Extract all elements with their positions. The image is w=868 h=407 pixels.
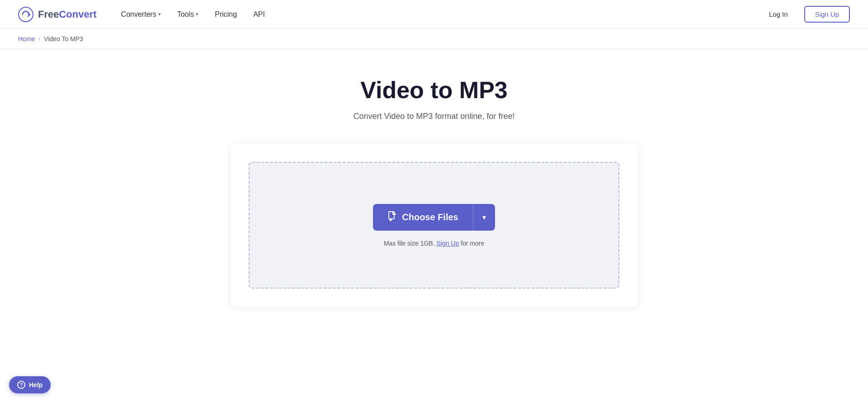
login-button[interactable]: Log In (760, 7, 797, 22)
choose-files-button[interactable]: Choose Files (373, 204, 473, 231)
breadcrumb-separator: › (38, 36, 40, 42)
logo-free: Free (38, 9, 59, 20)
upload-dropzone[interactable]: Choose Files ▾ Max file size 1GB. Sign U… (249, 162, 619, 289)
svg-point-0 (19, 7, 33, 22)
signup-link[interactable]: Sign Up (436, 240, 459, 247)
file-size-suffix: for more (459, 240, 484, 247)
nav-api[interactable]: API (247, 7, 271, 22)
logo-text: FreeConvert (38, 9, 97, 20)
file-size-note: Max file size 1GB. Sign Up for more (384, 240, 485, 247)
nav-converters[interactable]: Converters ▾ (115, 7, 167, 22)
help-icon: ? (17, 381, 25, 389)
header-right: Log In Sign Up (760, 6, 850, 23)
logo-icon (18, 7, 33, 22)
breadcrumb-home[interactable]: Home (18, 35, 35, 43)
page-title: Video to MP3 (360, 76, 508, 104)
choose-dropdown-chevron-icon: ▾ (482, 213, 486, 222)
signup-button[interactable]: Sign Up (804, 6, 850, 23)
page-subtitle: Convert Video to MP3 format online, for … (354, 112, 515, 121)
logo[interactable]: FreeConvert (18, 7, 97, 22)
main-nav: Converters ▾ Tools ▾ Pricing API (115, 7, 271, 22)
choose-files-dropdown-button[interactable]: ▾ (473, 204, 495, 231)
file-size-text: Max file size 1GB. (384, 240, 435, 247)
upload-file-icon (387, 211, 397, 223)
header-left: FreeConvert Converters ▾ Tools ▾ Pricing… (18, 7, 271, 22)
help-button[interactable]: ? Help (9, 376, 51, 393)
upload-card: Choose Files ▾ Max file size 1GB. Sign U… (231, 144, 637, 307)
choose-files-label: Choose Files (402, 212, 458, 222)
breadcrumb-current: Video To MP3 (44, 35, 83, 43)
main-content: Video to MP3 Convert Video to MP3 format… (0, 49, 868, 325)
tools-chevron-icon: ▾ (196, 11, 198, 17)
nav-tools[interactable]: Tools ▾ (171, 7, 205, 22)
help-label: Help (29, 381, 42, 388)
choose-files-group: Choose Files ▾ (373, 204, 495, 231)
logo-convert: Convert (59, 9, 96, 20)
nav-pricing[interactable]: Pricing (208, 7, 243, 22)
converters-chevron-icon: ▾ (158, 11, 161, 17)
header: FreeConvert Converters ▾ Tools ▾ Pricing… (0, 0, 868, 29)
breadcrumb: Home › Video To MP3 (0, 29, 868, 49)
